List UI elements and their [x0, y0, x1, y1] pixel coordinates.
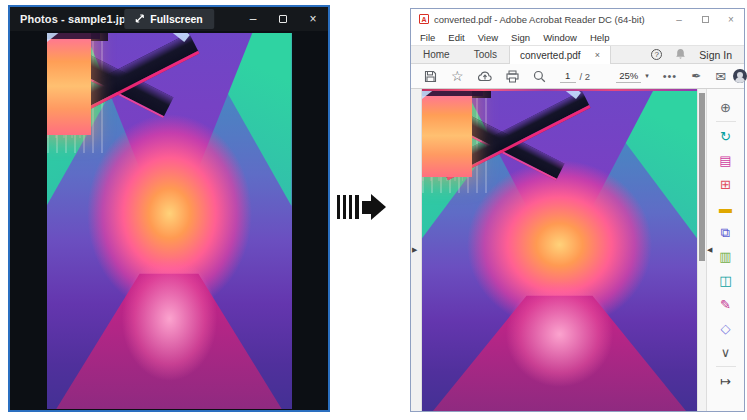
tab-document[interactable]: converted.pdf × — [509, 46, 611, 64]
fill-sign-icon: ✎ — [720, 298, 731, 311]
comment-icon: ▬ — [719, 202, 732, 215]
compress-pdf-icon: ◫ — [719, 274, 731, 287]
edit-pdf-icon: ▤ — [719, 154, 731, 167]
fullscreen-button[interactable]: Fullscreen — [124, 9, 214, 29]
search-zoom-tool[interactable]: ⊕ — [707, 95, 744, 119]
menu-view[interactable]: View — [478, 32, 498, 43]
tab-tools[interactable]: Tools — [462, 46, 509, 63]
tab-document-label: converted.pdf — [520, 50, 581, 61]
sign-pen-button[interactable]: ✒ — [684, 64, 708, 89]
sign-in-button[interactable]: Sign In — [699, 49, 732, 61]
save-icon — [424, 70, 437, 83]
arrow-bar — [343, 195, 346, 219]
create-pdf-tool[interactable]: ⊞ — [707, 172, 744, 196]
more-tools-icon: ∨ — [721, 346, 731, 359]
sidebar-divider — [716, 121, 736, 122]
toolbar-overflow-button[interactable]: ••• — [656, 64, 685, 89]
fill-sign-tool[interactable]: ✎ — [707, 292, 744, 316]
acrobat-window: A converted.pdf - Adobe Acrobat Reader D… — [410, 8, 745, 412]
page-indicator: 1 / 2 — [553, 64, 598, 89]
scrollbar-thumb[interactable] — [699, 93, 705, 261]
arrow-bar — [337, 195, 340, 219]
tools-sidebar-list: ◀ ⊕↻▤⊞▬⧉▥◫✎◇∨↦ — [706, 89, 744, 411]
expand-pane-icon: ↦ — [720, 375, 731, 388]
maximize-button[interactable] — [692, 9, 718, 29]
corridor-floorglow — [422, 91, 697, 411]
chevron-down-icon: ▾ — [645, 72, 649, 80]
create-pdf-icon: ⊞ — [720, 178, 731, 191]
arrow-bar — [349, 195, 352, 219]
acrobat-titlebar: A converted.pdf - Adobe Acrobat Reader D… — [411, 9, 744, 29]
maximize-icon — [702, 16, 709, 23]
tab-home[interactable]: Home — [411, 46, 462, 63]
maximize-button[interactable] — [268, 7, 298, 31]
favorite-star-button[interactable]: ☆ — [444, 64, 471, 89]
combine-files-icon: ⧉ — [721, 226, 730, 239]
cloud-upload-icon — [478, 70, 492, 82]
share-button[interactable] — [471, 64, 499, 89]
expand-pane-tool[interactable]: ↦ — [707, 369, 744, 393]
acrobat-window-controls: – × — [666, 9, 744, 29]
combine-files-tool[interactable]: ⧉ — [707, 220, 744, 244]
menu-sign[interactable]: Sign — [511, 32, 530, 43]
acrobat-toolbar: ☆ 1 / 2 25% ▾ ••• ✒ ✉ — [411, 64, 744, 89]
printer-icon — [506, 70, 519, 83]
photos-window-controls: – × — [238, 7, 328, 31]
avatar[interactable] — [733, 69, 747, 83]
edit-pdf-tool[interactable]: ▤ — [707, 148, 744, 172]
nav-pane-expand-handle[interactable]: ▶ — [412, 246, 417, 254]
close-button[interactable]: × — [298, 7, 328, 31]
ellipsis-icon: ••• — [663, 70, 678, 82]
page-number-input[interactable]: 1 — [560, 70, 576, 83]
vertical-scrollbar[interactable] — [697, 89, 706, 411]
star-icon: ☆ — [451, 69, 464, 83]
more-tools-tool[interactable]: ∨ — [707, 340, 744, 364]
print-button[interactable] — [499, 64, 526, 89]
comment-tool[interactable]: ▬ — [707, 196, 744, 220]
pdf-page-view[interactable] — [422, 89, 697, 411]
conversion-arrow-icon — [337, 193, 391, 221]
protect-tool[interactable]: ◇ — [707, 316, 744, 340]
bell-icon[interactable] — [675, 48, 686, 62]
fullscreen-label: Fullscreen — [150, 13, 203, 25]
arrow-bar — [355, 195, 359, 219]
acrobat-window-title: converted.pdf - Adobe Acrobat Reader DC … — [434, 14, 645, 25]
organize-pages-icon: ▥ — [719, 250, 731, 263]
page-count-label: / 2 — [580, 71, 591, 82]
corridor-floorglow — [47, 33, 292, 409]
sidebar-divider — [716, 366, 736, 367]
tab-close-icon[interactable]: × — [595, 50, 600, 60]
menu-help[interactable]: Help — [590, 32, 610, 43]
acrobat-pdf-icon: A — [419, 14, 429, 24]
menu-window[interactable]: Window — [543, 32, 577, 43]
photo-sample1[interactable] — [47, 33, 292, 409]
tabbar-right-cluster: ? Sign In — [651, 46, 744, 63]
photos-window-title: Photos - sample1.jpg — [10, 13, 133, 25]
tools-pane-collapse-handle[interactable]: ◀ — [707, 246, 712, 254]
maximize-icon — [279, 15, 287, 23]
photos-titlebar: Photos - sample1.jpg Fullscreen – × — [10, 7, 328, 31]
organize-pages-tool[interactable]: ▥ — [707, 244, 744, 268]
close-button[interactable]: × — [718, 9, 744, 29]
save-button[interactable] — [417, 64, 444, 89]
help-icon[interactable]: ? — [651, 49, 662, 60]
minimize-button[interactable]: – — [666, 9, 692, 29]
acrobat-tabbar: Home Tools converted.pdf × ? Sign In — [411, 45, 744, 64]
search-zoom-icon: ⊕ — [720, 101, 731, 114]
envelope-icon: ✉ — [715, 69, 726, 84]
pdf-glitch-topline — [422, 89, 697, 91]
export-pdf-icon: ↻ — [720, 130, 731, 143]
compress-pdf-tool[interactable]: ◫ — [707, 268, 744, 292]
export-pdf-tool[interactable]: ↻ — [707, 124, 744, 148]
zoom-level-dropdown[interactable]: 25% ▾ — [609, 64, 656, 89]
acrobat-main: ▶ — [411, 89, 744, 411]
minimize-button[interactable]: – — [238, 7, 268, 31]
arrow-head — [371, 194, 386, 220]
send-mail-button[interactable]: ✉ — [708, 64, 733, 89]
photos-window: Photos - sample1.jpg Fullscreen – × — [8, 5, 330, 412]
search-button[interactable] — [526, 64, 553, 89]
menu-edit[interactable]: Edit — [448, 32, 464, 43]
menu-file[interactable]: File — [420, 32, 435, 43]
acrobat-menubar: File Edit View Sign Window Help — [411, 29, 744, 45]
pen-icon: ✒ — [691, 69, 701, 83]
